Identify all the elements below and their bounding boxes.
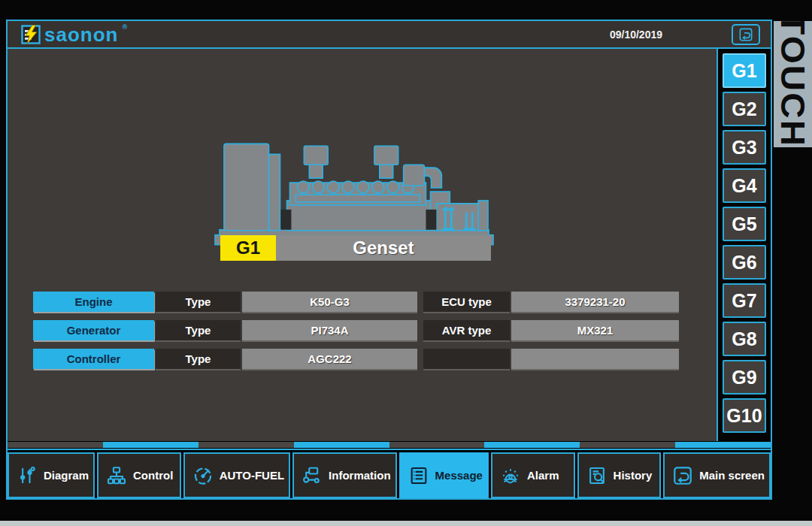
spec-value-cell: MX321 <box>511 320 679 340</box>
return-icon <box>671 464 694 487</box>
gen-button-g3[interactable]: G3 <box>723 130 766 165</box>
nav-button-label: Diagram <box>44 469 89 482</box>
message-icon <box>408 464 430 487</box>
spec-value-cell: PI734A <box>242 320 417 340</box>
generator-selector: G1G2G3G4G5G6G7G8G9G10 <box>717 49 771 441</box>
nav-button-label: AUTO-FUEL <box>220 469 284 482</box>
main-panel: G1 Genset EngineTypeK50-G3GeneratorTypeP… <box>8 49 717 441</box>
spec-row: ECU type3379231-20 <box>423 292 679 312</box>
nav-button-alarm[interactable]: Alarm <box>491 452 575 498</box>
bottom-nav: DiagramControlAUTO-FUELInformationMessag… <box>8 452 771 498</box>
gen-button-g9[interactable]: G9 <box>723 360 766 394</box>
bezel-bottom <box>0 521 812 526</box>
divider-segment <box>198 442 294 448</box>
bezel-touch-label: TOUCH <box>774 21 812 147</box>
gen-button-g2[interactable]: G2 <box>723 92 766 126</box>
divider-segment <box>484 442 580 448</box>
brand-name: saonon <box>44 25 118 44</box>
spec-key-cell <box>423 349 510 369</box>
nav-button-auto-fuel[interactable]: AUTO-FUEL <box>183 452 290 498</box>
divider-strip <box>8 442 771 448</box>
body-row: G1 Genset EngineTypeK50-G3GeneratorTypeP… <box>8 49 771 441</box>
nav-button-label: History <box>614 469 653 482</box>
alarm-icon <box>499 464 522 487</box>
spec-value-cell: K50-G3 <box>242 292 417 312</box>
spec-key-cell: ECU type <box>423 292 510 312</box>
gen-button-g10[interactable]: G10 <box>723 398 766 433</box>
unit-label-row: G1 Genset <box>220 235 491 261</box>
divider-segment <box>294 442 389 448</box>
brand-logo-icon <box>21 25 41 44</box>
control-icon <box>105 464 128 487</box>
brand-logo: saonon ® <box>21 25 127 44</box>
spec-row <box>423 349 679 369</box>
divider-segment <box>389 442 485 448</box>
autofuel-icon <box>192 464 214 487</box>
date-display: 09/10/2019 <box>610 29 662 41</box>
spec-row: AVR typeMX321 <box>423 320 679 340</box>
spec-value-cell <box>511 349 679 369</box>
spec-key-cell: AVR type <box>423 320 510 340</box>
gen-button-g7[interactable]: G7 <box>723 283 766 318</box>
gen-button-g8[interactable]: G8 <box>723 322 766 356</box>
diagram-icon <box>16 464 38 487</box>
nav-button-label: Message <box>435 469 483 482</box>
spec-row: GeneratorTypePI734A <box>33 320 417 340</box>
divider-segment <box>8 442 103 448</box>
divider-line <box>8 449 771 450</box>
spec-key-cell: Type <box>156 349 241 369</box>
gen-button-g5[interactable]: G5 <box>723 207 766 241</box>
registered-mark: ® <box>122 23 127 31</box>
gen-button-g4[interactable]: G4 <box>723 168 766 203</box>
nav-button-main-screen[interactable]: Main screen <box>663 452 771 498</box>
touch-label-text: TOUCH <box>774 21 812 147</box>
nav-button-message[interactable]: Message <box>399 452 489 498</box>
return-button[interactable] <box>732 24 760 45</box>
nav-button-history[interactable]: History <box>577 452 662 498</box>
unit-id-badge: G1 <box>220 235 276 261</box>
spec-table-right: ECU type3379231-20AVR typeMX321 <box>423 292 679 377</box>
unit-name-label: Genset <box>276 235 491 261</box>
spec-value-cell: AGC222 <box>242 349 417 369</box>
gen-button-g1[interactable]: G1 <box>723 53 766 88</box>
divider-segment <box>675 442 771 448</box>
gen-button-g6[interactable]: G6 <box>723 245 766 280</box>
hmi-screen: TOUCH saonon ® 09/10/2019 <box>0 0 812 526</box>
component-label-button[interactable]: Controller <box>33 349 154 369</box>
spec-table-left: EngineTypeK50-G3GeneratorTypePI734AContr… <box>33 292 417 377</box>
component-label-button[interactable]: Generator <box>33 320 154 340</box>
nav-button-label: Control <box>133 469 173 482</box>
nav-button-label: Alarm <box>527 469 559 482</box>
spec-value-cell: 3379231-20 <box>511 292 679 312</box>
nav-button-control[interactable]: Control <box>97 452 181 498</box>
spec-row: EngineTypeK50-G3 <box>33 292 417 312</box>
divider-segment <box>103 442 198 448</box>
return-icon <box>738 27 754 42</box>
history-icon <box>586 464 608 487</box>
nav-button-information[interactable]: Information <box>292 452 397 498</box>
information-icon <box>301 464 323 487</box>
spec-row: ControllerTypeAGC222 <box>33 349 417 369</box>
header-bar: saonon ® 09/10/2019 <box>8 21 771 49</box>
nav-button-label: Main screen <box>699 469 765 482</box>
genset-image <box>212 135 496 249</box>
component-label-button[interactable]: Engine <box>33 292 154 312</box>
spec-key-cell: Type <box>156 292 241 312</box>
divider-segment <box>580 442 675 448</box>
nav-button-diagram[interactable]: Diagram <box>8 452 95 498</box>
app-frame: saonon ® 09/10/2019 <box>6 20 772 500</box>
nav-button-label: Information <box>329 469 391 482</box>
spec-key-cell: Type <box>156 320 241 340</box>
